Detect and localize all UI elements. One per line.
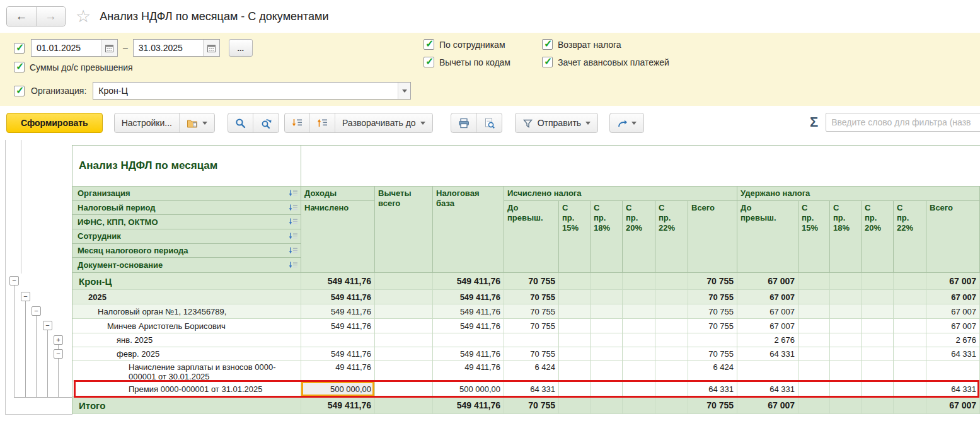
value-cell[interactable] [862, 347, 894, 361]
value-cell[interactable] [830, 319, 862, 333]
value-cell[interactable]: 70 755 [688, 304, 737, 319]
advance-offset-checkbox[interactable] [542, 57, 553, 67]
value-cell[interactable] [894, 333, 926, 347]
expander-minus[interactable]: − [43, 321, 52, 330]
value-cell[interactable] [737, 361, 798, 381]
value-cell[interactable] [591, 304, 623, 319]
value-cell[interactable] [623, 290, 655, 304]
value-cell[interactable] [591, 361, 623, 381]
value-cell[interactable]: 67 007 [737, 290, 798, 304]
value-cell[interactable] [655, 319, 688, 333]
value-cell[interactable]: 549 411,76 [433, 319, 504, 333]
row-label[interactable]: Начисление зарплаты и взносов 0000-00000… [72, 361, 301, 381]
by-employees-checkbox[interactable] [424, 39, 434, 50]
value-cell[interactable] [623, 361, 655, 381]
row-label[interactable]: Премия 0000-000001 от 31.01.2025 [72, 381, 301, 397]
calendar-icon[interactable] [203, 40, 219, 56]
value-cell[interactable] [862, 397, 894, 414]
value-cell[interactable] [504, 333, 559, 347]
settings-button[interactable]: Настройки... [115, 113, 179, 132]
value-cell[interactable] [559, 397, 591, 414]
value-cell[interactable] [894, 397, 926, 414]
filter-input[interactable] [826, 113, 980, 132]
value-cell[interactable] [655, 333, 688, 347]
value-cell[interactable]: 549 411,76 [433, 347, 504, 361]
row-label[interactable]: Налоговый орган №1, 123456789, [72, 304, 301, 319]
value-cell[interactable]: 67 007 [737, 397, 798, 414]
value-cell[interactable] [559, 347, 591, 361]
value-cell[interactable]: 2 676 [926, 333, 980, 347]
value-cell[interactable]: 49 411,76 [301, 361, 375, 381]
value-cell[interactable] [798, 397, 830, 414]
value-cell[interactable]: 49 411,76 [433, 361, 504, 381]
expander-minus[interactable]: − [32, 306, 41, 316]
sums-threshold-checkbox[interactable] [14, 62, 25, 72]
value-cell[interactable] [655, 397, 688, 414]
value-cell[interactable] [830, 397, 862, 414]
sort-icon[interactable] [289, 262, 298, 269]
value-cell[interactable] [798, 381, 830, 397]
value-cell[interactable] [798, 273, 830, 290]
value-cell[interactable] [798, 304, 830, 319]
value-cell[interactable] [375, 290, 433, 304]
value-cell[interactable]: 500 000,00 [301, 381, 375, 397]
calendar-icon[interactable] [101, 40, 117, 56]
value-cell[interactable] [830, 273, 862, 290]
value-cell[interactable]: 70 755 [504, 273, 559, 290]
value-cell[interactable]: 70 755 [504, 290, 559, 304]
value-cell[interactable] [375, 397, 433, 414]
row-label[interactable]: 2025 [72, 290, 301, 304]
value-cell[interactable]: 549 411,76 [301, 347, 375, 361]
value-cell[interactable] [623, 333, 655, 347]
tax-refund-checkbox[interactable] [542, 39, 553, 50]
value-cell[interactable] [830, 304, 862, 319]
value-cell[interactable]: 549 411,76 [301, 273, 375, 290]
value-cell[interactable] [591, 319, 623, 333]
value-cell[interactable]: 70 755 [688, 397, 737, 414]
value-cell[interactable]: 549 411,76 [301, 319, 375, 333]
value-cell[interactable]: 67 007 [926, 290, 980, 304]
chevron-down-icon[interactable] [398, 83, 410, 99]
value-cell[interactable]: 64 331 [926, 381, 980, 397]
expander-plus[interactable]: + [54, 335, 63, 345]
value-cell[interactable]: 549 411,76 [433, 397, 504, 414]
value-cell[interactable] [559, 304, 591, 319]
value-cell[interactable] [559, 381, 591, 397]
value-cell[interactable]: 6 424 [504, 361, 559, 381]
value-cell[interactable] [433, 333, 504, 347]
print-button[interactable] [451, 113, 476, 132]
value-cell[interactable] [830, 290, 862, 304]
value-cell[interactable]: 6 424 [688, 361, 737, 381]
value-cell[interactable] [862, 333, 894, 347]
value-cell[interactable] [375, 381, 433, 397]
value-cell[interactable] [830, 361, 862, 381]
value-cell[interactable]: 500 000,00 [433, 381, 504, 397]
period-from-value[interactable]: 01.01.2025 [32, 43, 101, 53]
report-variants-button[interactable] [179, 113, 214, 132]
value-cell[interactable]: 70 755 [504, 397, 559, 414]
value-cell[interactable]: 70 755 [688, 290, 737, 304]
expand-groups-button[interactable] [285, 113, 309, 132]
forward-button[interactable]: → [36, 7, 65, 26]
value-cell[interactable] [375, 273, 433, 290]
value-cell[interactable]: 70 755 [504, 347, 559, 361]
value-cell[interactable]: 549 411,76 [301, 290, 375, 304]
expander-minus[interactable]: − [9, 276, 19, 285]
period-checkbox[interactable] [14, 43, 25, 54]
value-cell[interactable]: 70 755 [504, 319, 559, 333]
value-cell[interactable]: 549 411,76 [433, 273, 504, 290]
value-cell[interactable] [655, 290, 688, 304]
value-cell[interactable] [375, 304, 433, 319]
value-cell[interactable] [862, 381, 894, 397]
value-cell[interactable]: 70 755 [688, 319, 737, 333]
value-cell[interactable] [375, 361, 433, 381]
value-cell[interactable]: 67 007 [926, 304, 980, 319]
organization-checkbox[interactable] [14, 86, 25, 96]
value-cell[interactable] [591, 273, 623, 290]
sort-icon[interactable] [289, 247, 298, 255]
value-cell[interactable] [559, 319, 591, 333]
sum-function-icon[interactable]: Σ [810, 114, 818, 130]
value-cell[interactable] [623, 304, 655, 319]
deduction-codes-label[interactable]: Вычеты по кодам [439, 57, 510, 67]
organization-value[interactable]: Крон-Ц [93, 86, 398, 96]
